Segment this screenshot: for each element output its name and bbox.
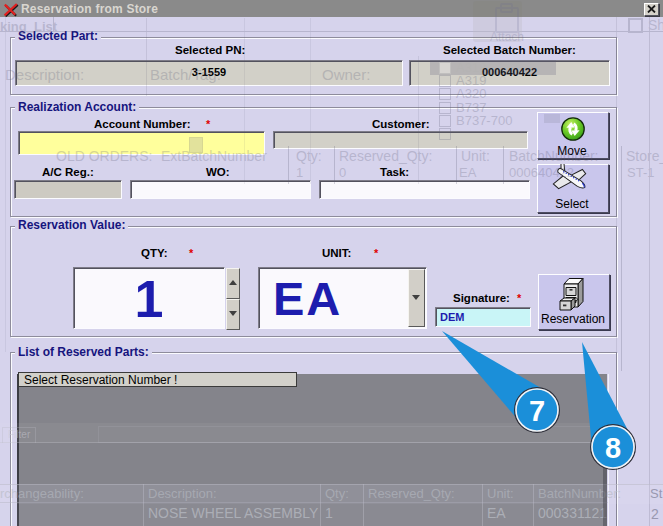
svg-text:8: 8 bbox=[605, 432, 621, 464]
svg-text:7: 7 bbox=[529, 395, 545, 427]
